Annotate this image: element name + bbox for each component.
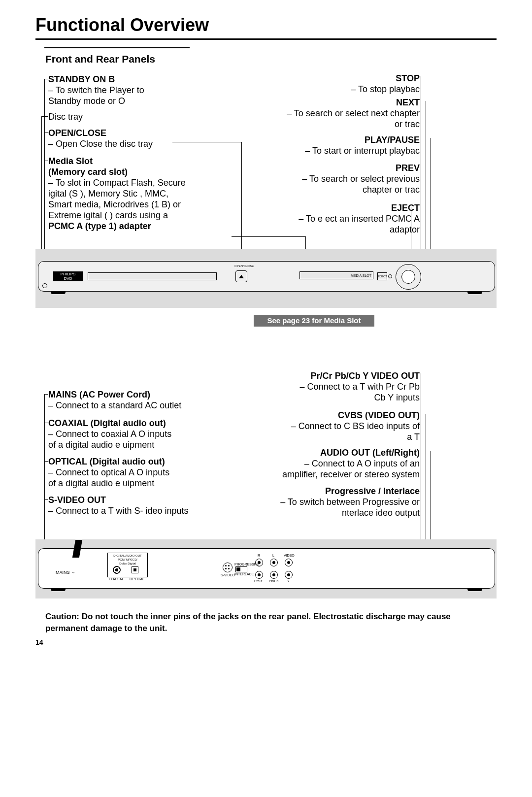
tick	[45, 116, 48, 117]
optical-label: OPTICAL (Digital audio out) – Connect to…	[48, 456, 169, 489]
rca-l	[270, 559, 278, 566]
progressive-switch	[235, 566, 247, 572]
oc-text: OPEN/CLOSE	[234, 265, 254, 267]
l-text: L	[272, 554, 274, 557]
media-slot-label: Media Slot (Memory card slot) – To slot …	[48, 156, 235, 232]
page: Functional Overview Front and Rear Panel…	[0, 0, 532, 797]
coaxial-label: COAXIAL (Digital audio out) – Connect to…	[48, 418, 171, 450]
foot	[51, 588, 66, 591]
disc-tray-label: Disc tray	[48, 111, 83, 122]
eject-hole	[388, 274, 392, 278]
foot	[467, 588, 482, 591]
mains-text: MAINS ～	[56, 569, 75, 576]
caution-text: Caution: Do not touch the inner pins of …	[45, 611, 479, 634]
media-slot: MEDIA SLOT	[299, 271, 373, 279]
opt-text: OPTICAL	[130, 577, 144, 581]
pr-text: Pr/Cr	[254, 579, 262, 583]
leader	[172, 142, 241, 142]
component-label: Pr/Cr Pb/Cb Y VIDEO OUT – Connect to a T…	[242, 370, 420, 403]
play-label: PLAY/PAUSE – To start or interrupt playb…	[242, 134, 420, 156]
foot	[51, 291, 66, 294]
section-heading: Front and Rear Panels	[45, 53, 155, 65]
foot	[467, 291, 482, 294]
pb-text: Pb/Cb	[269, 579, 278, 583]
front-panel-body: PHILIPSDVD OPEN/CLOSE MEDIA SLOT EJECT	[38, 261, 495, 292]
tick	[45, 161, 48, 161]
standby-button	[42, 283, 47, 288]
rca-pr	[255, 571, 263, 579]
eject-button: EJECT	[377, 272, 387, 280]
page-number: 14	[35, 638, 43, 646]
cvbs-label: CVBS (VIDEO OUT) – Connect to C BS ideo …	[242, 410, 420, 442]
coax-text: COAXIAL	[109, 577, 124, 581]
dvd-logo: PHILIPSDVD	[53, 271, 83, 281]
tick	[45, 394, 48, 395]
tick	[45, 79, 48, 79]
video-text: VIDEO	[284, 554, 295, 557]
eject-label: EJECT – To e ect an inserted PCMC A adap…	[242, 202, 420, 235]
media-slot-callout: See page 23 for Media Slot	[254, 315, 374, 327]
rear-panel-illustration: MAINS ～ DIGITAL AUDIO OUTPCM/ MPEG2/Dolb…	[35, 539, 497, 598]
standby-label: STANDBY ON B – To switch the Player to S…	[48, 74, 144, 106]
leader	[431, 138, 431, 264]
tick	[45, 423, 48, 423]
leader	[41, 116, 45, 117]
leader	[44, 394, 45, 564]
inter-text: INTERLACE	[234, 572, 254, 576]
disc-tray	[88, 272, 217, 280]
svideo-text: S-VIDEO	[221, 573, 235, 577]
rear-panel-body: MAINS ～ DIGITAL AUDIO OUTPCM/ MPEG2/Dolb…	[38, 548, 495, 589]
stop-label: STOP – To stop playbac	[272, 73, 420, 95]
page-title: Functional Overview	[35, 15, 209, 35]
front-panel-illustration: PHILIPSDVD OPEN/CLOSE MEDIA SLOT EJECT	[35, 249, 497, 308]
prev-label: PREV – To search or select previous chap…	[242, 163, 420, 195]
svideo-label: S-VIDEO OUT – Connect to a T with S- ide…	[48, 495, 189, 516]
leader	[232, 236, 305, 237]
progressive-label: Progressive / Interlace – To switch betw…	[233, 486, 420, 518]
tick	[45, 499, 48, 500]
digital-audio-box: DIGITAL AUDIO OUTPCM/ MPEG2/Dolby Digita…	[107, 553, 148, 577]
title-rule	[35, 38, 497, 40]
svideo-jack	[223, 563, 233, 572]
rca-y	[285, 571, 293, 579]
y-text: Y	[287, 579, 290, 583]
open-close-label: OPEN/CLOSE – Open Close the disc tray	[48, 128, 153, 149]
audio-out-label: AUDIO OUT (Left/Right) – Connect to A O …	[233, 447, 420, 480]
coaxial-jack	[113, 566, 121, 574]
mains-label: MAINS (AC Power Cord) – Connect to a sta…	[48, 389, 181, 411]
leader	[426, 101, 426, 273]
section-rule	[44, 47, 190, 48]
rca-r	[255, 559, 263, 566]
control-ring	[396, 264, 421, 290]
tick	[45, 133, 48, 133]
optical-jack	[132, 566, 138, 573]
rca-pb	[270, 571, 278, 579]
r-text: R	[258, 554, 260, 557]
tick	[45, 461, 48, 462]
rca-video	[285, 559, 293, 566]
next-label: NEXT – To search or select next chapter …	[242, 97, 420, 130]
mains-cord	[72, 540, 82, 558]
open-close-button	[235, 270, 247, 282]
